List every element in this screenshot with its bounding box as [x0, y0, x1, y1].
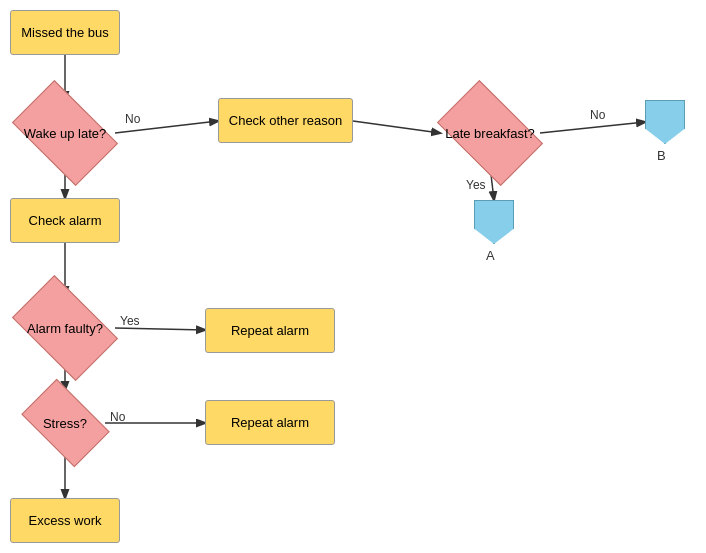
no-stress-label: No — [110, 410, 125, 424]
no-late-label: No — [590, 108, 605, 122]
missed-the-bus-node: Missed the bus — [10, 10, 120, 55]
excess-work-node: Excess work — [10, 498, 120, 543]
yes-late-label: Yes — [466, 178, 486, 192]
repeat-alarm-2-node: Repeat alarm — [205, 400, 335, 445]
alarm-faulty-diamond: Alarm faulty? — [15, 295, 115, 361]
svg-line-7 — [115, 328, 205, 330]
wake-up-late-diamond: Wake up late? — [15, 100, 115, 166]
late-breakfast-diamond: Late breakfast? — [440, 100, 540, 166]
svg-line-2 — [353, 121, 440, 133]
svg-line-3 — [540, 122, 645, 133]
check-alarm-node: Check alarm — [10, 198, 120, 243]
no-wake-label: No — [125, 112, 140, 126]
check-other-reason-node: Check other reason — [218, 98, 353, 143]
repeat-alarm-1-node: Repeat alarm — [205, 308, 335, 353]
flowchart-canvas: Missed the bus Wake up late? Check other… — [0, 0, 706, 553]
yes-alarm-label: Yes — [120, 314, 140, 328]
arrows-layer — [0, 0, 706, 553]
stress-diamond: Stress? — [25, 390, 105, 456]
